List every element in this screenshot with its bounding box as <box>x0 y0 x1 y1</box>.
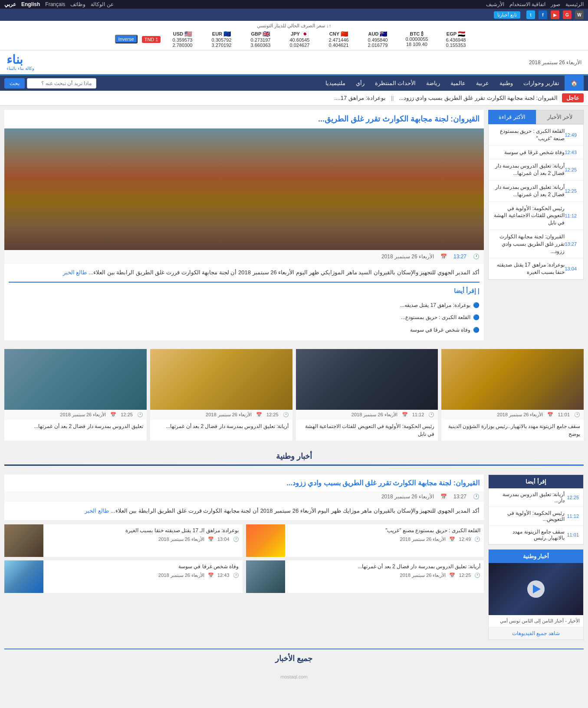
top-content-area: لأخر الأخبار الأكثر قراءة 12:49 القلعة ا… <box>0 105 588 345</box>
news-card-4[interactable]: 🕐12:25 📅الأربعاء 26 سبتمبر 2018 تعليق ال… <box>4 349 147 441</box>
national-grid: القلعة الكبرى : حريق بمستودع مصنع "غريب"… <box>4 524 484 593</box>
facebook-icon[interactable]: f <box>539 10 547 19</box>
follow-button[interactable]: تابع أخبارنا <box>494 11 520 19</box>
meta-clock-icon: 🕐 <box>473 254 480 260</box>
national-featured-article: القيروان: لجنة مجابهة الكوارث تقرر غلق ا… <box>4 474 484 520</box>
nat-card-1[interactable]: القلعة الكبرى : حريق بمستودع مصنع "غريب"… <box>246 524 484 557</box>
nav-multimedia[interactable]: ملتيميديا <box>320 76 351 91</box>
nat-card-1-image <box>246 524 285 557</box>
link-jobs[interactable]: وظائف <box>70 1 85 7</box>
nat-card-3-image <box>246 560 285 593</box>
nat-read-also-3[interactable]: 11:01 سقف جامع الزيتونة مهدد بالانهيار..… <box>489 526 583 544</box>
play-button[interactable] <box>527 580 545 598</box>
lang-fr[interactable]: Français <box>45 1 65 7</box>
clock-icon: 🕐 <box>428 412 434 418</box>
sidebar-item-2[interactable]: 12:43 وفاة شخص غرقا في سوسة <box>489 146 583 160</box>
cal-icon: 📅 <box>110 412 116 418</box>
wikipedia-icon[interactable]: W <box>575 10 584 19</box>
currency-bar: ↑↓ سعر الصرف الحالي للدينار التونسي 🇪🇬EG… <box>0 21 588 50</box>
news-card-2-image <box>296 349 438 410</box>
link-about[interactable]: عن الوكالة <box>91 1 113 7</box>
main-article: القيروان: لجنة مجابهة الكوارث تقرر غلق ا… <box>4 110 484 340</box>
read-also-title: | إقرأ أيضا <box>9 286 480 296</box>
national-read-also-header: إقرأ أيضا <box>489 475 583 488</box>
national-content: إقرأ أيضا 12:25 أريانة: تعليق الدروس بمد… <box>0 470 588 644</box>
header: الأربعاء 26 سبتمبر 2018 بناء وكالة بناء … <box>0 50 588 76</box>
twitter-icon[interactable]: t <box>526 10 535 19</box>
youtube-icon[interactable]: ▶ <box>551 10 559 19</box>
inverse-button[interactable]: Inverse <box>115 35 138 43</box>
nav-global[interactable]: عالمية <box>445 76 471 91</box>
sidebar-tabs: لأخر الأخبار الأكثر قراءة <box>488 110 584 124</box>
nav-opinion[interactable]: رأي <box>351 76 370 91</box>
link-photos[interactable]: صور <box>551 1 560 7</box>
secondary-bar: W G ▶ f t تابع أخبارنا <box>0 9 588 21</box>
currency-eur: 🇪🇺EUR 0.305792 3.270192 <box>204 30 239 48</box>
main-article-title[interactable]: القيروان: لجنة مجابهة الكوارث تقرر غلق ا… <box>4 110 484 128</box>
nav-arabic[interactable]: عربية <box>471 76 494 91</box>
nat-card-3-content: أريانة: تعليق الدروس بمدرسة دار فضال 2 ب… <box>285 560 484 593</box>
meta-calendar-icon: 📅 <box>440 254 447 260</box>
nat-read-also-1[interactable]: 12:25 أريانة: تعليق الدروس بمدرسة دار... <box>489 488 583 507</box>
logo-area: بناء وكالة بناء بالبناء <box>7 54 34 71</box>
read-also-item-2[interactable]: 🔵 القلعة الكبرى : حريق بمستودع... <box>9 311 480 323</box>
sidebar-item-4[interactable]: 12:25 أريانة: تعليق الدروس بمدرسة دار فض… <box>489 181 583 202</box>
national-tv-header: أخبار وطنية <box>489 550 583 563</box>
nat-card-4[interactable]: وفاة شخص غرقا في سوسة 🕐12:43 📅الأربعاء 2… <box>4 560 243 593</box>
social-icons: W G ▶ f t تابع أخبارنا <box>494 10 584 19</box>
main-wrapper: لأخر الأخبار الأكثر قراءة 12:49 القلعة ا… <box>0 105 588 682</box>
read-more-link[interactable]: طالع الخبر <box>63 269 87 276</box>
news-card-3[interactable]: 🕐12:25 📅الأربعاء 26 سبتمبر 2018 أريانة: … <box>150 349 292 441</box>
search-bar: بحث <box>4 78 96 89</box>
play-icon <box>533 585 541 593</box>
nav-national[interactable]: وطنية <box>494 76 518 91</box>
clock-icon: 🕐 <box>574 412 580 418</box>
sidebar-item-7[interactable]: 13:04 بوعرادة: مراهق 17 يقتل صديقته خنقا… <box>489 258 583 280</box>
sidebar-item-5[interactable]: 11:12 رئيس الحكومة: الأولوية في التعويض … <box>489 202 583 230</box>
read-also-item-3[interactable]: 🔵 وفاة شخص غرقا في سوسة <box>9 324 480 336</box>
lang-ar[interactable]: عربي <box>4 1 16 7</box>
search-button[interactable]: بحث <box>4 78 25 89</box>
tab-most-read[interactable]: الأكثر قراءة <box>488 110 536 124</box>
national-tv-box: أخبار وطنية الأخبار - أخبار الثامن إلى ا… <box>488 549 584 640</box>
tab-latest-news[interactable]: لأخر الأخبار <box>536 110 584 124</box>
nat-read-also-2[interactable]: 11:12 رئيس الحكومة: الأولوية في التعويض.… <box>489 507 583 526</box>
news-card-1[interactable]: 🕐11:01 📅الأربعاء 26 سبتمبر 2018 سقف جامع… <box>441 349 584 441</box>
nav-events[interactable]: الأحداث المنتظرة <box>370 76 421 91</box>
sidebar-item-1[interactable]: 12:49 القلعة الكبرى : حريق بمستودع صنعة … <box>489 125 583 146</box>
cal-icon: 📅 <box>547 412 553 418</box>
nav-sports[interactable]: رياضة <box>421 76 445 91</box>
link-accueil[interactable]: الرئيسية <box>565 1 584 7</box>
watch-all-videos[interactable]: شاهد جميع الفيديوهات <box>489 627 583 639</box>
news-card-1-image <box>441 349 584 410</box>
tnd-label: TND 1 <box>142 36 161 43</box>
search-input[interactable] <box>27 78 96 89</box>
read-also-item-1[interactable]: 🔵 بوعرادة: مراهق 17 يقتل صديقه... <box>9 299 480 311</box>
nav-reports[interactable]: تقارير وحوارات <box>518 76 565 91</box>
news-grid: 🕐11:01 📅الأربعاء 26 سبتمبر 2018 سقف جامع… <box>0 345 588 445</box>
main-article-image <box>4 128 484 250</box>
google-icon[interactable]: G <box>563 10 572 19</box>
news-card-2[interactable]: 🕐11:12 📅الأربعاء 26 سبتمبر 2018 رئيس الح… <box>296 349 438 441</box>
nat-card-3[interactable]: أريانة: تعليق الدروس بمدرسة دار فضال 2 ب… <box>246 560 484 593</box>
news-card-2-title: رئيس الحكومة: الأولوية في التعويض للفئات… <box>296 420 438 441</box>
currency-table: 🇪🇬EGP 6.436948 0.155353 ₿ BTC 0.0000055 … <box>4 30 584 48</box>
sidebar: لأخر الأخبار الأكثر قراءة 12:49 القلعة ا… <box>488 110 584 340</box>
logo[interactable]: بناء <box>7 54 23 66</box>
logo-subtitle: وكالة بناء بالبناء <box>7 66 34 71</box>
link-archive[interactable]: الأرشيف <box>486 1 504 7</box>
currency-title: ↑↓ سعر الصرف الحالي للدينار التونسي <box>4 23 584 29</box>
nav-home[interactable]: 🏠 <box>565 76 584 91</box>
national-read-more-link[interactable]: طالع الخبر <box>85 507 109 514</box>
sidebar-item-6[interactable]: 13:27 القيروان: لجنة مجابهة الكوارث تقرر… <box>489 230 583 258</box>
news-card-4-title: تعليق الدروس بمدرسة دار فضال 2 بعد أن غم… <box>4 420 147 433</box>
read-also-section: | إقرأ أيضا 🔵 بوعرادة: مراهق 17 يقتل صدي… <box>9 282 480 336</box>
national-featured-title[interactable]: القيروان: لجنة مجابهة الكوارث تقرر غلق ا… <box>4 474 484 491</box>
nat-card-2[interactable]: بوعرادة: مراهق الـ 17 يقتل صديقته خنقا ب… <box>4 524 243 557</box>
clock-icon: 🕐 <box>137 412 143 418</box>
lang-en[interactable]: English <box>21 1 40 7</box>
breaking-text: القيروان: لجنة مجابهة الكوارث تقرر غلق ا… <box>4 95 558 101</box>
header-date: الأربعاء 26 سبتمبر 2018 <box>529 59 581 66</box>
sidebar-item-3[interactable]: 12:25 أريانة: تعليق الدروس بمدرسة دار فض… <box>489 159 583 181</box>
link-usage[interactable]: اتفاقية الاستخدام <box>509 1 545 7</box>
